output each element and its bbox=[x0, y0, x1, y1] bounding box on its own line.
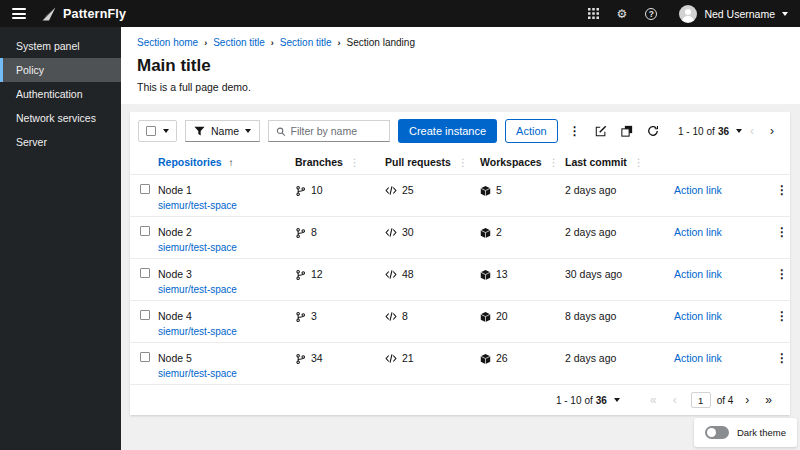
row-kebab-button[interactable]: ⋮ bbox=[770, 310, 790, 342]
branches-count: 3 bbox=[311, 310, 317, 322]
pagination-bottom: 1 - 10 of 36 « ‹ of 4 › » bbox=[130, 384, 790, 415]
cube-icon bbox=[480, 185, 491, 197]
app-launcher-icon[interactable] bbox=[588, 8, 599, 19]
kebab-icon: ⋮ bbox=[776, 309, 788, 323]
toolbar-kebab-button[interactable]: ⋮ bbox=[566, 123, 584, 139]
bulk-select-dropdown[interactable] bbox=[138, 120, 177, 142]
bulk-select-checkbox[interactable] bbox=[146, 126, 156, 136]
nav-toggle-icon[interactable] bbox=[12, 8, 26, 19]
pull-requests-cell: 25 bbox=[385, 184, 480, 216]
repository-cell: Node 4 siemur/test-space bbox=[158, 310, 295, 342]
column-options-icon[interactable]: ⋮ bbox=[350, 157, 360, 168]
dark-theme-label: Dark theme bbox=[737, 427, 786, 438]
column-options-icon[interactable]: ⋮ bbox=[634, 157, 644, 168]
repository-space-link[interactable]: siemur/test-space bbox=[158, 200, 295, 211]
code-branch-icon bbox=[295, 269, 306, 281]
workspaces-count: 5 bbox=[496, 184, 502, 196]
search-icon bbox=[276, 126, 286, 137]
dark-theme-toggle[interactable] bbox=[705, 426, 729, 439]
row-checkbox[interactable] bbox=[140, 268, 150, 278]
pagination-menu-toggle[interactable]: 1 - 10 of 36 bbox=[556, 395, 620, 406]
table-row: Node 3 siemur/test-space 12 48 13 30 day… bbox=[130, 258, 790, 300]
row-kebab-button[interactable]: ⋮ bbox=[770, 352, 790, 384]
clone-button[interactable] bbox=[618, 123, 636, 139]
repository-space-link[interactable]: siemur/test-space bbox=[158, 326, 295, 337]
sidebar-item-system-panel[interactable]: System panel bbox=[0, 34, 121, 58]
column-options-icon[interactable]: ⋮ bbox=[549, 157, 559, 168]
pagination-range: 1 - 10 bbox=[678, 126, 704, 137]
breadcrumb-link-section-title-1[interactable]: Section title bbox=[213, 37, 265, 48]
kebab-icon: ⋮ bbox=[569, 125, 581, 137]
row-kebab-button[interactable]: ⋮ bbox=[770, 268, 790, 300]
next-page-button[interactable]: › bbox=[762, 124, 782, 138]
branches-cell: 3 bbox=[295, 310, 385, 342]
action-cell: Action link bbox=[662, 352, 770, 384]
repository-space-link[interactable]: siemur/test-space bbox=[158, 368, 295, 379]
sidebar-item-server[interactable]: Server bbox=[0, 130, 121, 154]
search-box bbox=[268, 120, 390, 142]
current-page-input[interactable] bbox=[691, 392, 711, 408]
breadcrumb-link-section-home[interactable]: Section home bbox=[137, 37, 198, 48]
repository-space-link[interactable]: siemur/test-space bbox=[158, 242, 295, 253]
total-pages-label: of 4 bbox=[717, 395, 734, 406]
action-button[interactable]: Action bbox=[505, 119, 558, 143]
repository-space-link[interactable]: siemur/test-space bbox=[158, 284, 295, 295]
brand: PatternFly bbox=[41, 6, 126, 22]
prev-page-button[interactable]: ‹ bbox=[742, 124, 762, 138]
pagination-of: of bbox=[707, 126, 715, 137]
pull-requests-count: 8 bbox=[402, 310, 408, 322]
row-checkbox[interactable] bbox=[140, 310, 150, 320]
branches-cell: 34 bbox=[295, 352, 385, 384]
user-menu[interactable]: Ned Username bbox=[679, 5, 788, 23]
column-header-pull-requests: Pull requests ⋮ bbox=[385, 156, 480, 168]
action-cell: Action link bbox=[662, 310, 770, 342]
row-checkbox[interactable] bbox=[140, 184, 150, 194]
edit-button[interactable] bbox=[592, 123, 610, 139]
pagination-menu-toggle[interactable]: 1 - 10 of 36 bbox=[678, 126, 742, 137]
row-checkbox[interactable] bbox=[140, 352, 150, 362]
create-instance-button[interactable]: Create instance bbox=[398, 119, 497, 143]
filter-attribute-dropdown[interactable]: Name bbox=[185, 120, 260, 142]
column-label: Branches bbox=[295, 156, 343, 168]
sync-button[interactable] bbox=[644, 123, 662, 139]
sort-asc-icon: ↑ bbox=[229, 157, 234, 168]
next-page-button[interactable]: › bbox=[737, 393, 757, 407]
pagination-nav: « ‹ of 4 › » bbox=[642, 392, 780, 408]
page-description: This is a full page demo. bbox=[137, 81, 784, 93]
sidebar-item-policy[interactable]: Policy bbox=[0, 58, 121, 82]
breadcrumb-current: Section landing bbox=[347, 37, 415, 48]
first-page-button[interactable]: « bbox=[642, 393, 665, 407]
sidebar-item-network-services[interactable]: Network services bbox=[0, 106, 121, 130]
search-input[interactable] bbox=[291, 125, 383, 137]
table-row: Node 2 siemur/test-space 8 30 2 2 days a… bbox=[130, 216, 790, 258]
sidebar-item-authentication[interactable]: Authentication bbox=[0, 82, 121, 106]
username: Ned Username bbox=[704, 8, 775, 20]
action-link[interactable]: Action link bbox=[662, 310, 722, 322]
pull-requests-cell: 30 bbox=[385, 226, 480, 258]
action-link[interactable]: Action link bbox=[662, 226, 722, 238]
settings-icon[interactable]: ⚙ bbox=[617, 8, 628, 20]
branches-count: 12 bbox=[311, 268, 323, 280]
row-kebab-button[interactable]: ⋮ bbox=[770, 226, 790, 258]
column-header-repositories[interactable]: Repositories ↑ bbox=[158, 156, 295, 168]
action-link[interactable]: Action link bbox=[662, 268, 722, 280]
patternfly-logo-icon bbox=[41, 6, 57, 22]
column-options-icon[interactable]: ⋮ bbox=[458, 157, 468, 168]
filter-attribute-label: Name bbox=[211, 125, 239, 137]
last-page-button[interactable]: » bbox=[757, 393, 780, 407]
sync-icon bbox=[647, 125, 659, 137]
breadcrumb-link-section-title-2[interactable]: Section title bbox=[280, 37, 332, 48]
action-cell: Action link bbox=[662, 226, 770, 258]
bulk-select-caret-icon bbox=[163, 129, 169, 133]
code-icon bbox=[385, 311, 397, 322]
code-icon bbox=[385, 227, 397, 238]
help-icon[interactable]: ? bbox=[645, 8, 657, 20]
pull-requests-cell: 48 bbox=[385, 268, 480, 300]
prev-page-button[interactable]: ‹ bbox=[665, 393, 685, 407]
action-link[interactable]: Action link bbox=[662, 184, 722, 196]
action-link[interactable]: Action link bbox=[662, 352, 722, 364]
row-kebab-button[interactable]: ⋮ bbox=[770, 184, 790, 216]
pull-requests-count: 25 bbox=[402, 184, 414, 196]
row-checkbox[interactable] bbox=[140, 226, 150, 236]
last-commit-cell: 2 days ago bbox=[565, 226, 662, 258]
